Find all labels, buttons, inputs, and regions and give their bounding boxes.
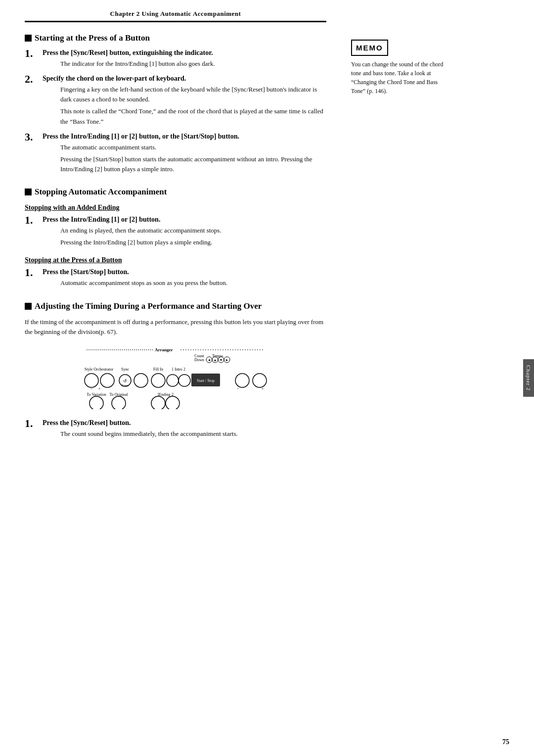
step-1-stopping-ending: 1. Press the Intro/Ending [1] or [2] but…	[25, 216, 326, 249]
svg-text:Start / Stop: Start / Stop	[197, 378, 215, 383]
step-body-1: Fingering a key on the left-hand section…	[60, 85, 326, 104]
step-body: The count sound begins immediately, then…	[60, 429, 326, 439]
section-adjusting-timing: Adjusting the Timing During a Performanc…	[25, 301, 326, 441]
svg-point-42	[89, 396, 103, 409]
section-title-starting: Starting at the Press of a Button	[25, 33, 326, 43]
bullet-icon	[25, 303, 32, 310]
svg-text:Fill In: Fill In	[153, 367, 163, 372]
bullet-icon	[25, 189, 32, 195]
step-2-starting: 2. Specify the chord on the lower-part o…	[25, 75, 326, 129]
step-number: 3.	[25, 132, 43, 142]
svg-text:Arranger: Arranger	[155, 347, 173, 352]
svg-text:►: ►	[225, 358, 229, 362]
step-heading: Press the Intro/Ending [1] or [2] button…	[43, 216, 326, 224]
step-body-1: The automatic accompaniment starts.	[60, 142, 326, 152]
step-body-1: Automatic accompaniment stops as soon as…	[60, 278, 326, 288]
step-number: 1.	[25, 215, 43, 226]
step-1-stopping-press: 1. Press the [Start/Stop] button. Automa…	[25, 268, 326, 290]
step-content: Press the [Sync/Reset] button, extinguis…	[43, 49, 326, 71]
step-number: 1.	[25, 418, 43, 429]
step-1-starting: 1. Press the [Sync/Reset] button, exting…	[25, 49, 326, 71]
svg-point-35	[167, 375, 178, 386]
keyboard-diagram: Arranger Count Down Tempo ◄ ▲ ▼ ►	[82, 345, 269, 409]
subsection-stopping-press: Stopping at the Press of a Button 1. Pre…	[25, 256, 326, 290]
section-title-stopping: Stopping Automatic Accompaniment	[25, 187, 326, 197]
step-number: 2.	[25, 74, 43, 85]
svg-point-34	[151, 374, 165, 387]
section-body: If the timing of the accompaniment is of…	[25, 317, 326, 337]
step-body-1: An ending is played, then the automatic …	[60, 226, 326, 236]
step-number: 1.	[25, 48, 43, 59]
svg-text:Sync: Sync	[121, 367, 129, 372]
section-stopping-auto: Stopping Automatic Accompaniment Stoppin…	[25, 187, 326, 290]
step-body: The indicator for the Intro/Ending [1] b…	[60, 59, 326, 69]
svg-point-43	[112, 396, 126, 409]
step-content: Press the [Start/Stop] button. Automatic…	[43, 268, 326, 290]
svg-text:2: 2	[183, 367, 185, 372]
step-body-2: This note is called the “Chord Tone,” an…	[60, 106, 326, 126]
chapter-header: Chapter 2 Using Automatic Accompaniment	[25, 10, 326, 22]
svg-text:+: +	[98, 386, 100, 391]
svg-text:Ending: Ending	[159, 392, 170, 397]
svg-text:1: 1	[172, 367, 174, 372]
svg-text:Down: Down	[194, 358, 204, 362]
svg-point-44	[151, 396, 165, 409]
page-number: 75	[502, 738, 509, 746]
section-title-adjusting: Adjusting the Timing During a Performanc…	[25, 301, 326, 311]
svg-text:▼: ▼	[220, 358, 223, 362]
svg-text:↺: ↺	[123, 378, 127, 383]
svg-text:Reset: Reset	[121, 383, 129, 387]
svg-text:−: −	[90, 386, 92, 391]
bullet-icon	[25, 35, 32, 42]
memo-text: You can change the sound of the chord to…	[351, 60, 447, 95]
step-body-2: Pressing the Intro/Ending [2] button pla…	[60, 237, 326, 247]
step-heading: Press the Intro/Ending [1] or [2] button…	[43, 133, 326, 141]
step-heading: Press the [Sync/Reset] button.	[43, 419, 326, 427]
step-content: Press the Intro/Ending [1] or [2] button…	[43, 216, 326, 249]
svg-text:Tempo: Tempo	[212, 354, 223, 358]
svg-text:+: +	[261, 386, 264, 391]
svg-point-16	[85, 374, 98, 387]
step-body-2: Pressing the [Start/Stop] button starts …	[60, 154, 326, 174]
section-starting-at-press: Starting at the Press of a Button 1. Pre…	[25, 33, 326, 176]
subsection-title: Stopping at the Press of a Button	[25, 256, 326, 264]
step-content: Press the Intro/Ending [1] or [2] button…	[43, 133, 326, 176]
step-heading: Press the [Start/Stop] button.	[43, 268, 326, 276]
svg-point-36	[178, 375, 190, 386]
svg-text:◄: ◄	[208, 358, 211, 362]
step-heading: Press the [Sync/Reset] button, extinguis…	[43, 49, 326, 57]
step-content: Press the [Sync/Reset] button. The count…	[43, 419, 326, 441]
svg-text:▲: ▲	[214, 358, 217, 362]
sidebar: MEMO You can change the sound of the cho…	[346, 0, 455, 756]
subsection-stopping-added-ending: Stopping with an Added Ending 1. Press t…	[25, 204, 326, 249]
subsection-title: Stopping with an Added Ending	[25, 204, 326, 212]
svg-point-21	[134, 374, 148, 387]
svg-point-25	[253, 374, 267, 387]
step-1-adjusting: 1. Press the [Sync/Reset] button. The co…	[25, 419, 326, 441]
svg-point-45	[166, 396, 179, 409]
chapter-tab: Chapter 2	[523, 359, 534, 397]
svg-text:−: −	[236, 386, 239, 391]
step-number: 1.	[25, 267, 43, 278]
svg-point-24	[235, 374, 249, 387]
memo-section: MEMO You can change the sound of the cho…	[351, 40, 447, 95]
svg-point-17	[100, 374, 114, 387]
svg-text:Style Orchestrator: Style Orchestrator	[85, 367, 114, 372]
step-heading: Specify the chord on the lower-part of k…	[43, 75, 326, 83]
memo-title: MEMO	[351, 40, 388, 56]
step-content: Specify the chord on the lower-part of k…	[43, 75, 326, 129]
svg-text:Intro: Intro	[175, 367, 182, 372]
diagram-container: Arranger Count Down Tempo ◄ ▲ ▼ ►	[25, 345, 326, 411]
step-3-starting: 3. Press the Intro/Ending [1] or [2] but…	[25, 133, 326, 176]
